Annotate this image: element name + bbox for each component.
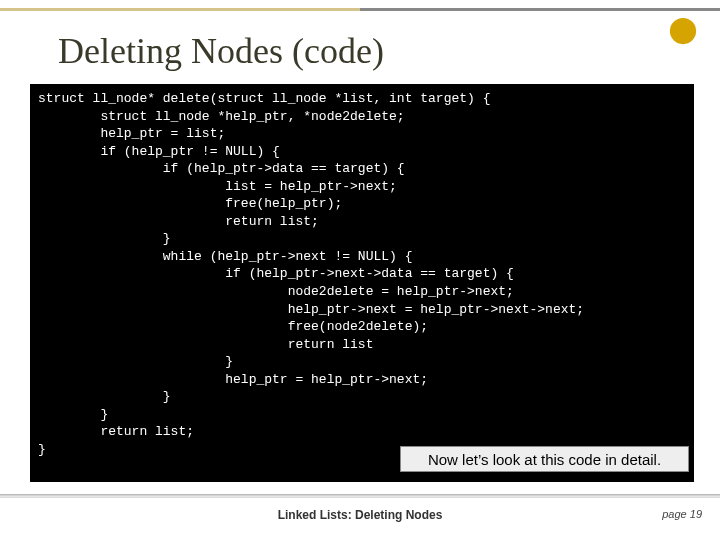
callout-text: Now let’s look at this code in detail. (428, 451, 661, 468)
logo-icon (668, 16, 698, 46)
accent-bar-left (0, 8, 360, 11)
slide: Deleting Nodes (code) struct ll_node* de… (0, 0, 720, 540)
callout-box: Now let’s look at this code in detail. (400, 446, 689, 472)
slide-title: Deleting Nodes (code) (58, 30, 384, 72)
accent-bar-right (360, 8, 720, 11)
footer-title: Linked Lists: Deleting Nodes (0, 508, 720, 522)
svg-point-1 (679, 27, 687, 35)
top-accent-bar (0, 8, 720, 11)
footer-divider (0, 494, 720, 498)
page-number: page 19 (662, 508, 702, 520)
code-block: struct ll_node* delete(struct ll_node *l… (30, 84, 694, 482)
